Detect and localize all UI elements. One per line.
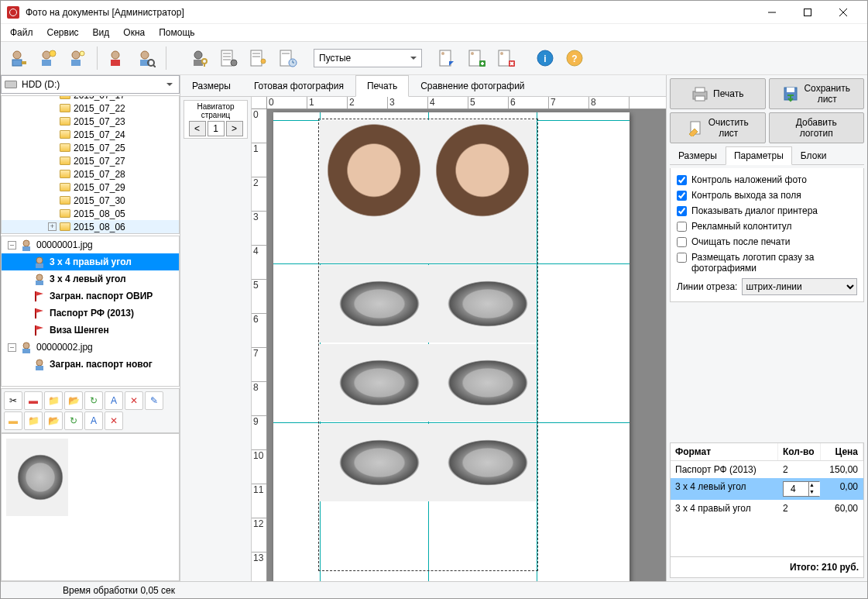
page-next-button[interactable]: > — [226, 121, 243, 136]
save-sheet-button[interactable]: Сохранить лист — [769, 78, 865, 109]
price-row[interactable]: Паспорт РФ (2013)2150,00 — [671, 461, 863, 478]
sb-delete2-icon[interactable]: ✕ — [105, 411, 123, 430]
photo-cell[interactable] — [320, 265, 428, 343]
sb-folder-icon[interactable]: 📁 — [44, 391, 63, 410]
checkbox-1[interactable]: Контроль выхода за поля — [677, 190, 857, 201]
sb-delete-icon[interactable]: ✕ — [125, 391, 143, 410]
file-tree-row[interactable]: –00000002.jpg — [2, 339, 179, 356]
right-tab-1[interactable]: Параметры — [726, 146, 792, 165]
tab-0[interactable]: Размеры — [180, 75, 242, 96]
spin-up[interactable]: ▲ — [808, 482, 809, 489]
folder-tree[interactable]: 2015_06_302015_07_012015_07_08+2015_07_1… — [1, 95, 180, 234]
tab-1[interactable]: Готовая фотография — [242, 75, 355, 96]
drive-select[interactable]: HDD (D:) — [1, 75, 180, 94]
folder-row[interactable]: 2015_08_05 — [2, 207, 179, 220]
menu-файл[interactable]: Файл — [4, 26, 39, 40]
sb-folder2-icon[interactable]: 📂 — [64, 391, 83, 410]
page-prev-button[interactable]: < — [189, 121, 206, 136]
right-tab-2[interactable]: Блоки — [792, 146, 835, 164]
folder-row[interactable]: 2015_07_23 — [2, 115, 179, 128]
sb-folder3-icon[interactable]: 📁 — [24, 411, 43, 430]
col-price[interactable]: Цена — [821, 443, 863, 460]
tb-user-search-icon[interactable] — [133, 45, 160, 71]
sb-text-a2-icon[interactable]: A — [84, 411, 103, 430]
photo-cell[interactable] — [320, 344, 428, 422]
col-format[interactable]: Формат — [671, 443, 778, 460]
file-tree-row[interactable]: –00000001.jpg — [2, 236, 179, 253]
menu-сервис[interactable]: Сервис — [41, 26, 85, 40]
tab-2[interactable]: Печать — [355, 75, 409, 97]
folder-row[interactable]: 2015_07_25 — [2, 141, 179, 154]
tb-list-x-icon[interactable] — [493, 45, 520, 71]
tb-info-icon[interactable]: i — [532, 45, 558, 71]
folder-row[interactable]: 2015_07_24 — [2, 128, 179, 141]
menu-окна[interactable]: Окна — [117, 26, 151, 40]
sb-edit-icon[interactable]: ✎ — [145, 391, 163, 410]
checkbox-0[interactable]: Контроль наложений фото — [677, 174, 857, 185]
cutline-select[interactable]: штрих-линии — [742, 278, 857, 295]
tb-list-arrow-icon[interactable] — [434, 45, 461, 71]
tb-list-plus-icon[interactable] — [464, 45, 490, 71]
add-logo-button[interactable]: Добавить логотип — [769, 112, 865, 143]
file-tree-row[interactable]: 3 x 4 правый угол — [2, 253, 179, 270]
menu-помощь[interactable]: Помощь — [153, 26, 201, 40]
file-tree-row[interactable]: Виза Шенген — [2, 322, 179, 339]
price-row[interactable]: 3 x 4 левый угол4▲▼0,00 — [671, 478, 863, 500]
spin-down[interactable]: ▼ — [808, 489, 809, 496]
toolbar-combo[interactable]: Пустые — [314, 49, 422, 67]
tb-list-user-icon[interactable] — [245, 45, 272, 71]
checkbox-3[interactable]: Рекламный колонтитул — [677, 221, 857, 232]
sb-remove-icon[interactable]: ▬ — [24, 391, 43, 410]
folder-row[interactable]: 2015_07_29 — [2, 181, 179, 194]
sb-minus-icon[interactable]: ▬ — [4, 411, 22, 430]
file-tree-row[interactable]: 3 x 4 левый угол — [2, 270, 179, 287]
clear-sheet-button[interactable]: Очистить лист — [670, 112, 766, 143]
file-tree-row[interactable]: Загран. паспорт новог — [2, 356, 179, 373]
checkbox-4[interactable]: Очищать после печати — [677, 236, 857, 247]
folder-row[interactable]: 2015_07_27 — [2, 154, 179, 167]
checkbox-input-5[interactable] — [677, 253, 687, 263]
file-tree-row[interactable]: Паспорт РФ (2013) — [2, 305, 179, 322]
file-tree-row[interactable]: Загран. паспорт ОВИР — [2, 287, 179, 305]
sb-text-a-icon[interactable]: A — [105, 391, 123, 410]
photo-cell[interactable] — [428, 344, 537, 422]
col-qty[interactable]: Кол-во — [778, 443, 821, 460]
maximize-button[interactable] — [790, 1, 825, 24]
checkbox-input-0[interactable] — [677, 175, 687, 185]
photo-cell[interactable] — [428, 424, 537, 501]
photo-cell[interactable] — [428, 120, 537, 263]
close-button[interactable] — [825, 1, 861, 24]
price-row[interactable]: 3 x 4 правый угол260,00 — [671, 500, 863, 517]
checkbox-input-1[interactable] — [677, 191, 687, 201]
photo-cell[interactable] — [320, 120, 428, 263]
tb-list-gear-icon[interactable] — [216, 45, 242, 71]
print-area[interactable]: 012345678 012345678910111213 — [252, 97, 666, 581]
folder-row[interactable]: 2015_07_22 — [2, 102, 179, 115]
sb-refresh2-icon[interactable]: ↻ — [64, 411, 83, 430]
tb-user-key-icon[interactable] — [187, 45, 213, 71]
tb-user-red-icon[interactable] — [104, 45, 130, 71]
checkbox-2[interactable]: Показывать диалог принтера — [677, 205, 857, 216]
folder-row[interactable]: 2015_07_28 — [2, 167, 179, 181]
tb-user-sun-icon[interactable] — [35, 45, 61, 71]
photo-cell[interactable] — [320, 424, 428, 501]
folder-row[interactable]: +2015_08_06 — [2, 220, 179, 233]
print-button[interactable]: Печать — [670, 78, 766, 109]
menu-вид[interactable]: Вид — [87, 26, 116, 40]
tb-user-add-icon[interactable] — [5, 45, 32, 71]
print-sheet[interactable] — [273, 112, 630, 581]
folder-row[interactable]: 2015_07_30 — [2, 194, 179, 207]
tb-list-clock-icon[interactable] — [275, 45, 301, 71]
checkbox-input-3[interactable] — [677, 222, 687, 232]
photo-cell[interactable] — [428, 265, 537, 343]
tb-help-icon[interactable]: ? — [561, 45, 588, 71]
sb-refresh-icon[interactable]: ↻ — [84, 391, 103, 410]
checkbox-5[interactable]: Размещать логотип сразу за фотографиями — [677, 252, 857, 274]
checkbox-input-4[interactable] — [677, 237, 687, 247]
sb-folder4-icon[interactable]: 📂 — [44, 411, 63, 430]
tb-user-light-icon[interactable] — [64, 45, 91, 71]
minimize-button[interactable] — [754, 1, 790, 24]
qty-input[interactable]: 4▲▼ — [783, 481, 820, 497]
file-tree[interactable]: –00000001.jpg3 x 4 правый угол3 x 4 левы… — [1, 236, 180, 387]
checkbox-input-2[interactable] — [677, 206, 687, 216]
